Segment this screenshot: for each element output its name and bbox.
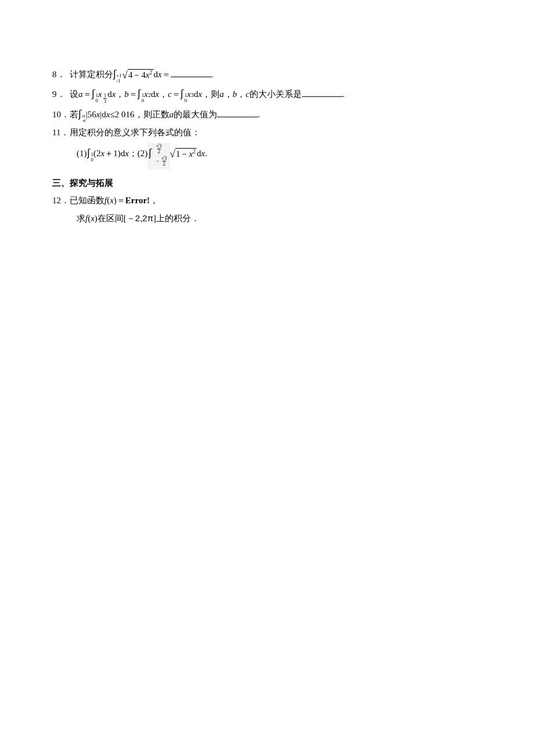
q8-text1: 计算定积分 [70,67,113,82]
highlighted-integral: ʃ √32 －√32 [147,143,169,170]
sqrt-expr: √ 4－4x2 [122,69,154,80]
question-9: 9． 设 a ＝ ʃ10x 1 3 dx ， b ＝ ʃ10x2 dx ， c … [52,86,482,104]
question-12: 12． 已知函数 f(x) ＝ Error! ， [52,193,482,208]
section-heading: 三、探究与拓展 [52,175,482,190]
q9-num: 9． [52,87,70,102]
question-10: 10． 若 ʃ a -a |56x|dx ≤ 2 016 ，则正数 a 的最大值… [52,106,482,123]
error-text: Error! [125,193,150,208]
question-12-line2: 求 f(x) 在区间[－2,2π]上的积分． [77,211,482,226]
answer-blank[interactable] [217,108,258,117]
q12-num: 12． [52,193,70,208]
question-8: 8． 计算定积分 ʃ +1 -1 √ 4－4x2 dx ＝ . [52,66,482,84]
question-11: 11． 用定积分的意义求下列各式的值： [52,125,482,141]
q11-num: 11． [52,125,70,141]
q8-num: 8． [52,67,70,82]
question-11-parts: (1) ʃ10 (2x＋1)dx ； (2) ʃ √32 －√32 √ 1－x2… [77,143,482,170]
answer-blank[interactable] [302,88,342,97]
answer-blank[interactable] [171,68,211,77]
q10-num: 10． [52,107,70,123]
